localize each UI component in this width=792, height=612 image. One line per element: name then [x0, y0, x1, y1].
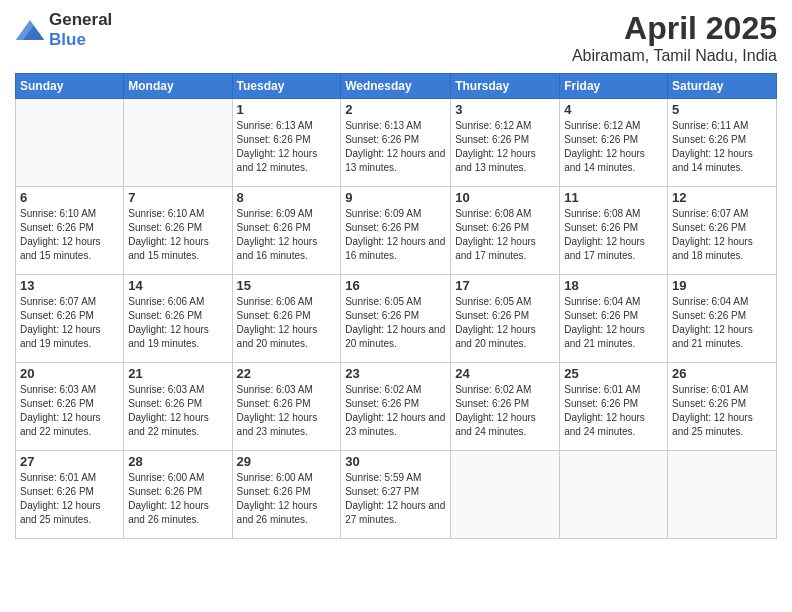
logo-blue: Blue: [49, 30, 86, 49]
calendar-cell: [16, 99, 124, 187]
day-info: Sunrise: 6:05 AM Sunset: 6:26 PM Dayligh…: [345, 295, 446, 351]
day-info: Sunrise: 6:09 AM Sunset: 6:26 PM Dayligh…: [345, 207, 446, 263]
calendar-cell: 30Sunrise: 5:59 AM Sunset: 6:27 PM Dayli…: [341, 451, 451, 539]
calendar-cell: 4Sunrise: 6:12 AM Sunset: 6:26 PM Daylig…: [560, 99, 668, 187]
day-number: 30: [345, 454, 446, 469]
calendar-cell: 29Sunrise: 6:00 AM Sunset: 6:26 PM Dayli…: [232, 451, 341, 539]
calendar-cell: 25Sunrise: 6:01 AM Sunset: 6:26 PM Dayli…: [560, 363, 668, 451]
day-number: 10: [455, 190, 555, 205]
calendar-cell: 2Sunrise: 6:13 AM Sunset: 6:26 PM Daylig…: [341, 99, 451, 187]
calendar-cell: 27Sunrise: 6:01 AM Sunset: 6:26 PM Dayli…: [16, 451, 124, 539]
calendar-cell: 3Sunrise: 6:12 AM Sunset: 6:26 PM Daylig…: [451, 99, 560, 187]
day-number: 5: [672, 102, 772, 117]
day-number: 6: [20, 190, 119, 205]
day-info: Sunrise: 6:12 AM Sunset: 6:26 PM Dayligh…: [564, 119, 663, 175]
calendar-cell: 10Sunrise: 6:08 AM Sunset: 6:26 PM Dayli…: [451, 187, 560, 275]
day-number: 15: [237, 278, 337, 293]
calendar-cell: 1Sunrise: 6:13 AM Sunset: 6:26 PM Daylig…: [232, 99, 341, 187]
day-info: Sunrise: 6:01 AM Sunset: 6:26 PM Dayligh…: [564, 383, 663, 439]
calendar-cell: 28Sunrise: 6:00 AM Sunset: 6:26 PM Dayli…: [124, 451, 232, 539]
calendar-cell: 16Sunrise: 6:05 AM Sunset: 6:26 PM Dayli…: [341, 275, 451, 363]
day-number: 25: [564, 366, 663, 381]
day-number: 29: [237, 454, 337, 469]
day-info: Sunrise: 6:03 AM Sunset: 6:26 PM Dayligh…: [128, 383, 227, 439]
day-info: Sunrise: 6:08 AM Sunset: 6:26 PM Dayligh…: [564, 207, 663, 263]
calendar-cell: 26Sunrise: 6:01 AM Sunset: 6:26 PM Dayli…: [668, 363, 777, 451]
weekday-header: Tuesday: [232, 74, 341, 99]
day-info: Sunrise: 6:07 AM Sunset: 6:26 PM Dayligh…: [20, 295, 119, 351]
calendar-cell: [124, 99, 232, 187]
day-info: Sunrise: 6:05 AM Sunset: 6:26 PM Dayligh…: [455, 295, 555, 351]
calendar-cell: 11Sunrise: 6:08 AM Sunset: 6:26 PM Dayli…: [560, 187, 668, 275]
day-number: 18: [564, 278, 663, 293]
day-number: 9: [345, 190, 446, 205]
day-number: 12: [672, 190, 772, 205]
day-info: Sunrise: 6:13 AM Sunset: 6:26 PM Dayligh…: [345, 119, 446, 175]
day-number: 24: [455, 366, 555, 381]
day-number: 27: [20, 454, 119, 469]
day-info: Sunrise: 6:03 AM Sunset: 6:26 PM Dayligh…: [20, 383, 119, 439]
weekday-header: Monday: [124, 74, 232, 99]
day-number: 23: [345, 366, 446, 381]
day-info: Sunrise: 6:06 AM Sunset: 6:26 PM Dayligh…: [128, 295, 227, 351]
day-number: 13: [20, 278, 119, 293]
day-info: Sunrise: 6:04 AM Sunset: 6:26 PM Dayligh…: [564, 295, 663, 351]
day-number: 2: [345, 102, 446, 117]
day-info: Sunrise: 6:13 AM Sunset: 6:26 PM Dayligh…: [237, 119, 337, 175]
day-number: 19: [672, 278, 772, 293]
day-number: 28: [128, 454, 227, 469]
day-info: Sunrise: 6:02 AM Sunset: 6:26 PM Dayligh…: [455, 383, 555, 439]
calendar-cell: 22Sunrise: 6:03 AM Sunset: 6:26 PM Dayli…: [232, 363, 341, 451]
day-number: 26: [672, 366, 772, 381]
title-block: April 2025 Abiramam, Tamil Nadu, India: [572, 10, 777, 65]
calendar-cell: 17Sunrise: 6:05 AM Sunset: 6:26 PM Dayli…: [451, 275, 560, 363]
day-info: Sunrise: 6:06 AM Sunset: 6:26 PM Dayligh…: [237, 295, 337, 351]
day-info: Sunrise: 6:01 AM Sunset: 6:26 PM Dayligh…: [20, 471, 119, 527]
day-info: Sunrise: 6:01 AM Sunset: 6:26 PM Dayligh…: [672, 383, 772, 439]
day-info: Sunrise: 5:59 AM Sunset: 6:27 PM Dayligh…: [345, 471, 446, 527]
logo: General Blue: [15, 10, 112, 50]
header: General Blue April 2025 Abiramam, Tamil …: [15, 10, 777, 65]
calendar-cell: 8Sunrise: 6:09 AM Sunset: 6:26 PM Daylig…: [232, 187, 341, 275]
subtitle: Abiramam, Tamil Nadu, India: [572, 47, 777, 65]
day-number: 3: [455, 102, 555, 117]
calendar-cell: [668, 451, 777, 539]
day-info: Sunrise: 6:07 AM Sunset: 6:26 PM Dayligh…: [672, 207, 772, 263]
weekday-header: Saturday: [668, 74, 777, 99]
calendar-week-row: 20Sunrise: 6:03 AM Sunset: 6:26 PM Dayli…: [16, 363, 777, 451]
weekday-header: Wednesday: [341, 74, 451, 99]
day-number: 14: [128, 278, 227, 293]
day-number: 4: [564, 102, 663, 117]
calendar-cell: 18Sunrise: 6:04 AM Sunset: 6:26 PM Dayli…: [560, 275, 668, 363]
day-info: Sunrise: 6:11 AM Sunset: 6:26 PM Dayligh…: [672, 119, 772, 175]
day-number: 22: [237, 366, 337, 381]
weekday-header: Thursday: [451, 74, 560, 99]
calendar-cell: 14Sunrise: 6:06 AM Sunset: 6:26 PM Dayli…: [124, 275, 232, 363]
calendar-week-row: 6Sunrise: 6:10 AM Sunset: 6:26 PM Daylig…: [16, 187, 777, 275]
calendar-cell: [451, 451, 560, 539]
calendar-header-row: SundayMondayTuesdayWednesdayThursdayFrid…: [16, 74, 777, 99]
day-info: Sunrise: 6:12 AM Sunset: 6:26 PM Dayligh…: [455, 119, 555, 175]
calendar-cell: [560, 451, 668, 539]
weekday-header: Sunday: [16, 74, 124, 99]
calendar-cell: 24Sunrise: 6:02 AM Sunset: 6:26 PM Dayli…: [451, 363, 560, 451]
day-info: Sunrise: 6:10 AM Sunset: 6:26 PM Dayligh…: [128, 207, 227, 263]
calendar-cell: 15Sunrise: 6:06 AM Sunset: 6:26 PM Dayli…: [232, 275, 341, 363]
logo-icon: [15, 20, 45, 40]
logo-general: General: [49, 10, 112, 29]
calendar-cell: 12Sunrise: 6:07 AM Sunset: 6:26 PM Dayli…: [668, 187, 777, 275]
day-number: 8: [237, 190, 337, 205]
day-number: 11: [564, 190, 663, 205]
calendar-cell: 6Sunrise: 6:10 AM Sunset: 6:26 PM Daylig…: [16, 187, 124, 275]
calendar-cell: 21Sunrise: 6:03 AM Sunset: 6:26 PM Dayli…: [124, 363, 232, 451]
day-number: 7: [128, 190, 227, 205]
calendar-cell: 23Sunrise: 6:02 AM Sunset: 6:26 PM Dayli…: [341, 363, 451, 451]
day-info: Sunrise: 6:08 AM Sunset: 6:26 PM Dayligh…: [455, 207, 555, 263]
day-info: Sunrise: 6:03 AM Sunset: 6:26 PM Dayligh…: [237, 383, 337, 439]
page: General Blue April 2025 Abiramam, Tamil …: [0, 0, 792, 612]
day-info: Sunrise: 6:04 AM Sunset: 6:26 PM Dayligh…: [672, 295, 772, 351]
day-info: Sunrise: 6:09 AM Sunset: 6:26 PM Dayligh…: [237, 207, 337, 263]
weekday-header: Friday: [560, 74, 668, 99]
calendar-cell: 9Sunrise: 6:09 AM Sunset: 6:26 PM Daylig…: [341, 187, 451, 275]
day-number: 1: [237, 102, 337, 117]
